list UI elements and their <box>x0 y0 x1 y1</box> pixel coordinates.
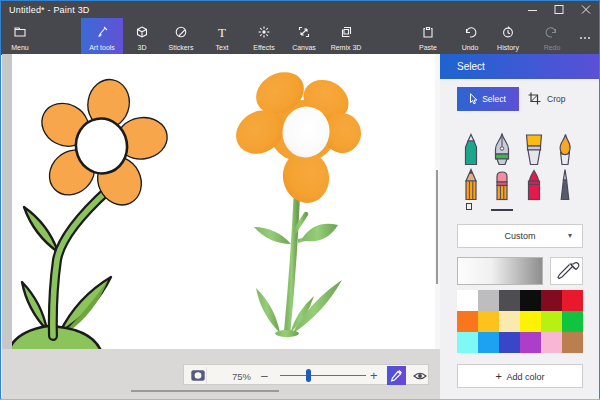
svg-text:T: T <box>218 25 226 39</box>
